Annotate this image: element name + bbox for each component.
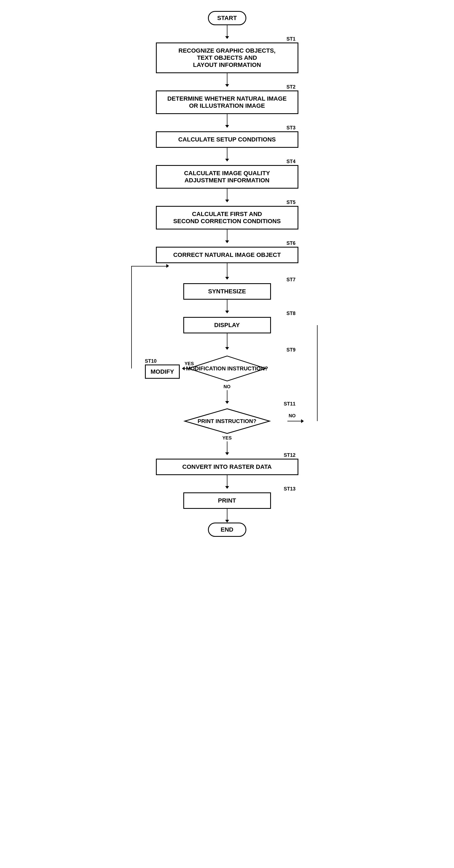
st9-diamond: MODIFICATION INSTRUCTION? [183,355,271,382]
st1-label: ST1 [286,36,295,42]
end-terminal: END [208,523,246,537]
st7-label: ST7 [286,277,295,283]
st6-label: ST6 [286,241,295,246]
st11-diamond: PRINT INSTRUCTION? [183,407,271,435]
st7-box: SYNTHESIZE [183,283,271,300]
st8-label: ST8 [286,311,295,316]
yes-label-st11: YES [222,435,231,441]
st3-label: ST3 [286,125,295,131]
st8-box: DISPLAY [183,317,271,333]
st11-label: ST11 [284,401,295,407]
flowchart: START ST1 RECOGNIZE GRAPHIC OBJECTS, TEX… [131,11,323,537]
st11-text: PRINT INSTRUCTION? [198,417,256,425]
st2-box: DETERMINE WHETHER NATURAL IMAGE OR ILLUS… [156,91,298,114]
st5-label: ST5 [286,199,295,205]
st4-box: CALCULATE IMAGE QUALITY ADJUSTMENT INFOR… [156,165,298,189]
st9-text: MODIFICATION INSTRUCTION? [186,365,268,372]
st2-label: ST2 [286,84,295,90]
no-label-st9: NO [224,384,231,390]
st12-box: CONVERT INTO RASTER DATA [156,459,298,475]
st3-box: CALCULATE SETUP CONDITIONS [156,131,298,148]
st9-label: ST9 [286,347,295,353]
st13-label: ST13 [284,486,295,492]
st5-box: CALCULATE FIRST AND SECOND CORRECTION CO… [156,206,298,229]
st13-box: PRINT [183,492,271,509]
start-terminal: START [208,11,246,25]
loop-section: ST7 SYNTHESIZE ST8 DISPLAY ST9 [131,263,323,520]
st1-box: RECOGNIZE GRAPHIC OBJECTS, TEXT OBJECTS … [156,42,298,73]
st6-box: CORRECT NATURAL IMAGE OBJECT [156,247,298,263]
no-label-st11: NO [289,413,296,418]
st9-row: ST10 MODIFY YES MODIFICATION INSTRUCTION… [145,353,309,383]
st12-label: ST12 [284,453,295,458]
st4-label: ST4 [286,159,295,164]
st10-label: ST10 [145,358,180,364]
st10-box: MODIFY [145,365,180,379]
